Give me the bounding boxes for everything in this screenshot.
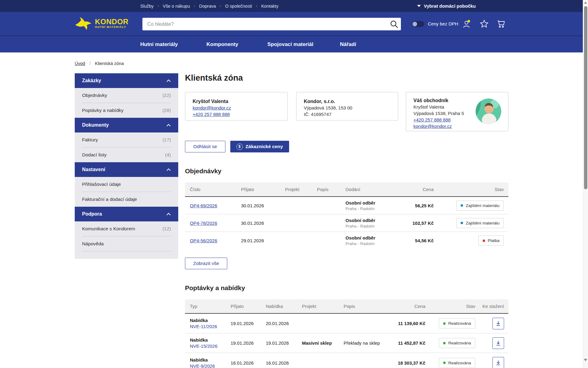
offer-received-date: 19.01.2026 xyxy=(231,340,266,346)
sidebar-section-label: Podpora xyxy=(82,211,102,217)
chevron-up-icon xyxy=(166,213,171,216)
search-input[interactable] xyxy=(142,18,401,30)
separator-dot xyxy=(220,6,221,7)
topbar-link-kontakty[interactable]: Kontakty xyxy=(261,4,278,9)
logout-button[interactable]: Odhlásit se xyxy=(185,141,225,152)
order-price: 54,56 Kč xyxy=(415,238,434,243)
topbar-link-vse-o-nakupu[interactable]: Vše o nákupu xyxy=(163,4,190,9)
sidebar-item-komunikace-s-kondorem[interactable]: Komunikace s Kondorem (12) xyxy=(75,221,178,236)
offer-number-link[interactable]: NVE-11/2026 xyxy=(190,324,217,329)
search-button[interactable] xyxy=(390,20,398,29)
download-button[interactable] xyxy=(492,318,504,329)
offer-received-date: 16.01.2026 xyxy=(231,360,266,366)
sidebar-section-label: Zakázky xyxy=(82,78,101,83)
offers-table-header: Typ Přijato Nabídka Projekt Popis Cena S… xyxy=(185,299,508,314)
status-label: Realizována xyxy=(448,321,471,326)
sidebar-item-poptavky-a-nabidky[interactable]: Poptávky a nabídky (28) xyxy=(75,103,178,118)
separator-dot xyxy=(256,6,257,7)
nav-naradi[interactable]: Nářadí xyxy=(340,36,356,52)
offer-date: 16.01.2026 xyxy=(266,360,302,366)
offer-date: 19.01.2026 xyxy=(266,340,302,346)
topbar-links: Služby Vše o nákupu Doprava O společnost… xyxy=(140,0,278,12)
sidebar-item-label: Objednávky xyxy=(82,93,107,98)
salesperson-avatar xyxy=(476,98,501,124)
breadcrumb: Úvod / Klientská zóna xyxy=(75,61,588,66)
sidebar-item-fakturacni-a-dodaci-udaje[interactable]: Fakturační a dodací údaje xyxy=(75,192,178,207)
status-dot xyxy=(483,240,485,242)
status-label: Realizována xyxy=(448,361,471,365)
header: KONDOR HUTNÍ MATERIÁLY Ceny bez DPH xyxy=(0,12,588,36)
offer-project: Masivní sklep xyxy=(302,340,344,346)
scrollbar-thumb[interactable] xyxy=(584,6,587,189)
table-row: Nabídka NVE-9/2026 16.01.2026 16.01.2026… xyxy=(185,353,508,368)
nav-hutni-materialy[interactable]: Hutní materiály xyxy=(140,36,178,52)
column-header: Projekt xyxy=(302,304,344,309)
status-badge: Realizována xyxy=(439,338,475,348)
customer-prices-button[interactable]: $ Zákaznické ceny xyxy=(230,141,289,152)
orders-table: Číslo Přijato Projekt Popis Dodání Cena … xyxy=(185,182,508,249)
sidebar-section-zakazky[interactable]: Zakázky xyxy=(75,73,178,88)
nav-komponenty[interactable]: Komponenty xyxy=(206,36,238,52)
topbar-link-sluzby[interactable]: Služby xyxy=(140,4,154,9)
download-button[interactable] xyxy=(492,337,504,349)
salesperson-card: Váš obchodník Kryštof Valenta Výpadová 1… xyxy=(406,92,508,131)
topbar-link-doprava[interactable]: Doprava xyxy=(199,4,216,9)
sidebar-item-count: (22) xyxy=(162,93,171,98)
sidebar-section-dokumenty[interactable]: Dokumenty xyxy=(75,118,178,132)
table-row: Nabídka NVE-11/2026 19.01.2026 20.01.202… xyxy=(185,314,508,333)
star-icon xyxy=(479,19,489,29)
status-dot xyxy=(443,342,446,344)
order-number-link[interactable]: OP4-69/2026 xyxy=(190,203,217,208)
order-number-link[interactable]: OP4-78/2026 xyxy=(190,220,217,226)
vat-toggle[interactable] xyxy=(412,21,424,27)
sidebar-item-prihlasovaci-udaje[interactable]: Přihlašovací údaje xyxy=(75,177,178,192)
topbar-link-o-spolecnosti[interactable]: O společnosti xyxy=(225,4,252,9)
user-phone-link[interactable]: +420 257 888 888 xyxy=(193,112,230,117)
show-all-button[interactable]: Zobrazit vše xyxy=(185,258,227,269)
sidebar-item-label: Nápověda xyxy=(82,241,104,247)
offer-price: 11 139,60 Kč xyxy=(398,321,425,326)
offers-table: Typ Přijato Nabídka Projekt Popis Cena S… xyxy=(185,299,508,368)
column-header: Projekt xyxy=(285,187,317,192)
scrollbar[interactable] xyxy=(583,0,588,368)
sidebar-item-label: Komunikace s Kondorem xyxy=(82,226,135,232)
salesperson-email-link[interactable]: kondor@kondor.cz xyxy=(413,124,452,129)
sidebar-item-napoveda[interactable]: Nápověda xyxy=(75,236,178,251)
status-dot xyxy=(443,322,446,325)
sidebar-item-count: (17) xyxy=(162,137,171,143)
user-email-link[interactable]: kondor@kondor.cz xyxy=(193,105,231,110)
sidebar-item-label: Přihlašovací údaje xyxy=(82,182,121,187)
scroll-down-arrow-icon[interactable] xyxy=(584,359,587,361)
cart-button[interactable] xyxy=(496,19,506,29)
branch-selector[interactable]: Vybrat domácí pobočku xyxy=(417,0,476,12)
favorites-button[interactable] xyxy=(479,19,489,29)
column-header: Cena xyxy=(389,304,425,309)
order-delivery-method: Osobní odběr xyxy=(345,200,407,205)
salesperson-phone-link[interactable]: +420 257 888 888 xyxy=(413,117,450,122)
sidebar-item-faktury[interactable]: Faktury (17) xyxy=(75,132,178,147)
kondor-logo[interactable]: KONDOR HUTNÍ MATERIÁLY xyxy=(75,16,129,30)
offer-number-link[interactable]: NVE-9/2026 xyxy=(190,363,215,368)
status-dot xyxy=(443,362,446,364)
sidebar-item-count: (12) xyxy=(162,226,171,232)
separator-dot xyxy=(158,6,159,7)
column-header: Stav xyxy=(434,187,508,192)
sidebar-item-label: Dodací listy xyxy=(82,152,107,158)
dollar-coin-icon: $ xyxy=(236,144,243,150)
order-number-link[interactable]: OP4-56/2026 xyxy=(190,238,217,243)
status-dot xyxy=(461,204,463,207)
page-title: Klientská zóna xyxy=(185,73,508,83)
column-header: Ke stažení xyxy=(475,304,508,309)
sidebar-section-nastaveni[interactable]: Nastavení xyxy=(75,162,178,177)
sidebar-item-objednavky[interactable]: Objednávky (22) xyxy=(75,88,178,103)
offer-number-link[interactable]: NVE-15/2026 xyxy=(190,343,217,349)
nav-spojovaci-material[interactable]: Spojovací materiál xyxy=(267,36,313,52)
sidebar-section-podpora[interactable]: Podpora xyxy=(75,207,178,221)
sidebar-item-dodaci-listy[interactable]: Dodací listy (4) xyxy=(75,148,178,162)
scroll-up-arrow-icon[interactable] xyxy=(584,2,587,4)
download-button[interactable] xyxy=(492,357,504,368)
breadcrumb-home-link[interactable]: Úvod xyxy=(75,61,85,66)
sidebar-item-count: (28) xyxy=(162,108,171,113)
account-button[interactable] xyxy=(462,19,472,29)
salesperson-card-title: Váš obchodník xyxy=(413,98,448,103)
